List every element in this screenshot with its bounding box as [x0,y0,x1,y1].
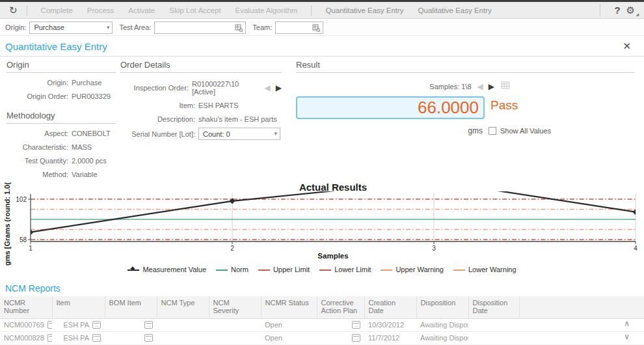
previous-sample-icon[interactable]: ◀ [477,82,483,91]
table-row[interactable]: NCM000769→ ESH PA→ → Open → 10/30/2012 A… [0,318,644,331]
help-icon[interactable]: ? [614,5,620,16]
toolbar-separator [27,5,27,16]
samples-row: Samples: 1\8 ◀ ▶ [296,81,634,91]
ncmr-number[interactable]: NCM000828 [4,334,44,342]
navigate-icon[interactable]: → [47,321,52,329]
team-label: Team: [252,23,272,31]
navigate-icon[interactable]: → [92,334,101,342]
navigate-icon[interactable]: → [352,334,360,342]
navigate-icon[interactable]: → [92,321,101,329]
toolbar-dotted-separator [600,5,600,16]
field-value: 2.0000 pcs [72,157,116,165]
gear-glyph: ⚙ [626,5,635,16]
column-header[interactable]: Disposition Date [468,296,519,318]
line-legend-swatch [258,267,270,273]
field-value: Purchase [72,79,116,87]
field-value: shaku's item - ESH parts [198,115,282,123]
disposition-cell: Awaiting Dispositi [420,321,468,329]
toolbar-button-qualitative-easy-entry[interactable]: Qualitative Easy Entry [418,7,492,14]
origin-field: Origin: Purchase [7,79,116,87]
creation-date-cell: 10/30/2012 [368,321,404,329]
field-label: Inspection Order: [120,84,189,92]
navigate-icon[interactable]: → [144,334,153,342]
description-field: Description: shaku's item - ESH parts [120,115,282,123]
filter-bar: Origin: Purchase ▾ Test Area: Team: [0,20,644,36]
ncmr-number[interactable]: NCM000769 [4,321,44,329]
origin-section-title: Origin [7,60,116,73]
item-cell: ESH PA [63,334,89,342]
legend-item: Lower Warning [453,266,517,273]
chart-x-axis-label: Samples [31,252,636,260]
field-value: PUR003329 [72,92,116,100]
test-area-input[interactable] [154,21,246,34]
origin-select[interactable]: Purchase ▾ [29,21,113,34]
column-header[interactable]: Item [52,296,105,318]
field-value: ESH PARTS [198,102,282,109]
toolbar-button-skip-lot-accept[interactable]: Skip Lot Accept [169,7,221,14]
serial-number-select[interactable]: Count: 0 ▾ [198,128,280,140]
toolbar-button-complete[interactable]: Complete [41,7,73,14]
value-help-icon[interactable] [235,24,243,34]
next-sample-icon[interactable]: ▶ [489,82,494,91]
toolbar-separator [311,5,312,16]
origin-section: Origin Origin: Purchase Origin Order: PU… [7,60,116,178]
line-legend-swatch [453,267,465,273]
legend-label: Lower Limit [334,266,371,273]
samples-counter: Samples: 1\8 [429,83,471,90]
column-header[interactable]: NCMR Status [261,296,317,318]
navigate-icon[interactable]: → [352,321,360,329]
settings-gear-icon[interactable]: ⚙◢ [626,5,635,16]
methodology-section-title: Methodology [7,111,116,124]
field-label: Serial Number [Lot]: [120,130,195,138]
previous-order-icon[interactable]: ◀ [265,83,271,92]
divider [0,56,644,57]
test-quantity-field: Test Quantity: 2.0000 pcs [7,157,116,165]
diamond-marker-icon: ◆ [130,265,135,271]
team-input[interactable] [275,21,323,34]
toolbar-button-activate[interactable]: Activate [128,7,155,14]
measurement-value-input[interactable]: 66.0000 [296,96,485,119]
grid-entry-icon[interactable] [501,81,511,91]
show-all-values-checkbox[interactable] [489,127,496,135]
unit-row: gms Show All Values [296,126,634,135]
result-line: 66.0000 Pass [296,91,634,119]
unit-label: gms [468,126,483,135]
column-header[interactable]: NCM Severity [209,296,261,318]
close-icon[interactable]: ✕ [623,40,631,52]
field-label: Test Quantity: [7,157,68,165]
scroll-down-icon[interactable]: ∨ [624,332,630,341]
toolbar-button-process[interactable]: Process [87,7,114,14]
serial-number-value: Count: 0 [203,130,230,138]
serial-number-row: Serial Number [Lot]: Count: 0 ▾ [120,128,282,140]
creation-date-cell: 11/7/2012 [368,334,399,342]
legend-label: Measurement Value [142,266,206,273]
table-header-row: NCMR Number Item BOM Item NCM Type NCM S… [0,296,644,318]
svg-text:1: 1 [29,245,33,252]
navigate-icon[interactable]: → [47,334,52,342]
value-help-icon[interactable] [312,24,321,34]
column-header[interactable]: Creation Date [364,296,416,318]
item-field: Item: ESH PARTS [120,102,282,109]
characteristic-field: Characteristic: MASS [7,143,116,151]
chevron-down-icon: ▾ [274,130,277,137]
svg-text:2: 2 [230,245,234,252]
svg-text:58: 58 [20,236,27,243]
column-header[interactable]: BOM Item [105,296,157,318]
scroll-up-icon[interactable]: ∧ [624,319,630,328]
table-row[interactable]: NCM000828→ ESH PA→ → Open → 11/7/2012 Aw… [0,331,644,344]
toolbar-button-quantitative-easy-entry[interactable]: Quantitative Easy Entry [325,7,403,14]
column-header[interactable]: NCM Type [157,296,209,318]
aspect-field: Aspect: CONEBOLT [7,130,116,137]
navigate-icon[interactable]: → [144,321,153,329]
field-label: Aspect: [7,130,68,137]
column-header[interactable]: NCMR Number [0,296,52,318]
inspection-order-row: Inspection Order: R01000227\10 [Active] … [120,80,282,96]
chart-title: Actual Results [31,182,636,193]
next-order-icon[interactable]: ▶ [276,83,282,92]
toolbar-button-evaluate-algorithm[interactable]: Evaluate Algorithm [235,7,298,14]
column-header[interactable]: Corrective Action Plan [317,296,364,318]
disposition-cell: Awaiting Dispositi [420,334,468,342]
column-header[interactable]: Disposition [416,296,468,318]
refresh-icon[interactable]: ↻ [9,5,18,16]
legend-label: Norm [231,266,248,273]
